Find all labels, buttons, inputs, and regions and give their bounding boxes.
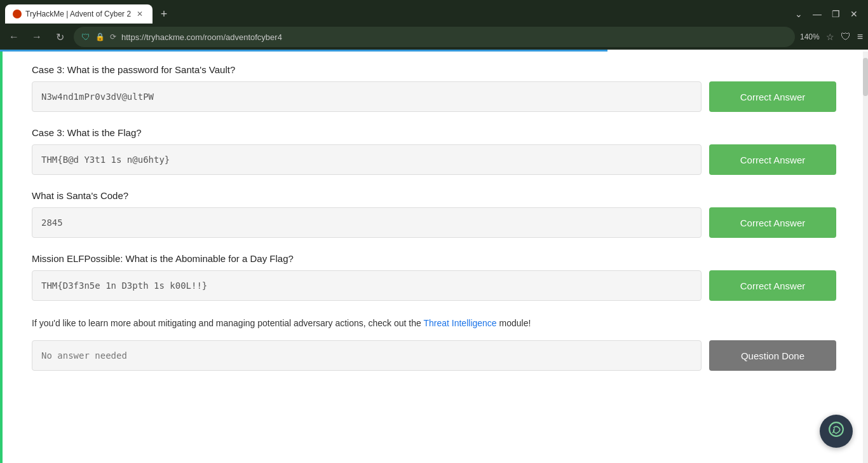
tab-title: TryHackMe | Advent of Cyber 2: [25, 10, 131, 18]
answer-input-2[interactable]: [32, 144, 702, 175]
bookmark-icon[interactable]: ☆: [826, 32, 834, 42]
scrollbar-thumb[interactable]: [863, 58, 868, 96]
browser-tab[interactable]: TryHackMe | Advent of Cyber 2 ✕: [5, 4, 153, 24]
info-paragraph: If you'd like to learn more about mitiga…: [32, 316, 836, 330]
question-label-3: What is Santa's Code?: [32, 190, 836, 201]
close-window-button[interactable]: ✕: [850, 9, 858, 19]
maximize-button[interactable]: ❐: [832, 9, 840, 19]
refresh-button[interactable]: ↻: [51, 28, 69, 46]
url-text[interactable]: https://tryhackme.com/room/adventofcyber…: [121, 32, 787, 42]
browser-menu-icon[interactable]: ≡: [857, 31, 863, 43]
question-label-4: Mission ELFPossible: What is the Abomina…: [32, 253, 836, 264]
forward-button[interactable]: →: [28, 28, 46, 46]
shield-security-icon: 🛡: [81, 32, 90, 42]
answer-input-4[interactable]: [32, 270, 702, 301]
question-block-2: Case 3: What is the Flag? Correct Answer: [32, 127, 836, 175]
tab-favicon: [13, 10, 22, 18]
no-answer-input[interactable]: [32, 340, 702, 371]
answer-row-1: Correct Answer: [32, 81, 836, 112]
question-block-4: Mission ELFPossible: What is the Abomina…: [32, 253, 836, 301]
lock-icon: 🔒: [95, 32, 105, 41]
threat-intelligence-link[interactable]: Threat Intelligence: [423, 318, 496, 328]
question-label-2: Case 3: What is the Flag?: [32, 127, 836, 138]
site-info-icon: ⟳: [110, 32, 116, 41]
answer-input-3[interactable]: [32, 207, 702, 238]
address-bar: ← → ↻ 🛡 🔒 ⟳ https://tryhackme.com/room/a…: [0, 24, 868, 50]
correct-answer-button-4[interactable]: Correct Answer: [709, 270, 836, 301]
new-tab-button[interactable]: +: [155, 5, 173, 23]
info-text-before: If you'd like to learn more about mitiga…: [32, 318, 423, 328]
answer-input-1[interactable]: [32, 81, 702, 112]
window-controls: ⌄ — ❐ ✕: [795, 9, 863, 19]
minimize-button[interactable]: —: [813, 9, 822, 19]
answer-row-3: Correct Answer: [32, 207, 836, 238]
svg-point-0: [829, 422, 843, 436]
chat-icon: [828, 421, 844, 441]
info-block: If you'd like to learn more about mitiga…: [32, 316, 836, 371]
page-content: Case 3: What is the password for Santa's…: [0, 52, 868, 463]
tab-list-icon[interactable]: ⌄: [795, 9, 803, 19]
question-done-button[interactable]: Question Done: [709, 340, 836, 371]
info-text-after: module!: [497, 318, 531, 328]
scrollbar[interactable]: [863, 52, 868, 463]
correct-answer-button-3[interactable]: Correct Answer: [709, 207, 836, 238]
back-button[interactable]: ←: [5, 28, 23, 46]
answer-row-last: Question Done: [32, 340, 836, 371]
correct-answer-button-1[interactable]: Correct Answer: [709, 81, 836, 112]
left-accent-bar: [0, 52, 3, 463]
address-input-wrap[interactable]: 🛡 🔒 ⟳ https://tryhackme.com/room/advento…: [74, 27, 795, 47]
tab-bar: TryHackMe | Advent of Cyber 2 ✕ + ⌄ — ❐ …: [0, 0, 868, 24]
question-block-1: Case 3: What is the password for Santa's…: [32, 64, 836, 112]
answer-row-2: Correct Answer: [32, 144, 836, 175]
toolbar-right: 140% ☆ 🛡 ≡: [800, 31, 863, 43]
answer-row-4: Correct Answer: [32, 270, 836, 301]
zoom-level: 140%: [800, 32, 820, 41]
question-label-1: Case 3: What is the password for Santa's…: [32, 64, 836, 75]
correct-answer-button-2[interactable]: Correct Answer: [709, 144, 836, 175]
chat-bubble-button[interactable]: [820, 415, 853, 448]
browser-chrome: TryHackMe | Advent of Cyber 2 ✕ + ⌄ — ❐ …: [0, 0, 868, 50]
firefox-shield-icon[interactable]: 🛡: [841, 31, 851, 43]
question-block-3: What is Santa's Code? Correct Answer: [32, 190, 836, 238]
tab-close-button[interactable]: ✕: [135, 9, 145, 19]
